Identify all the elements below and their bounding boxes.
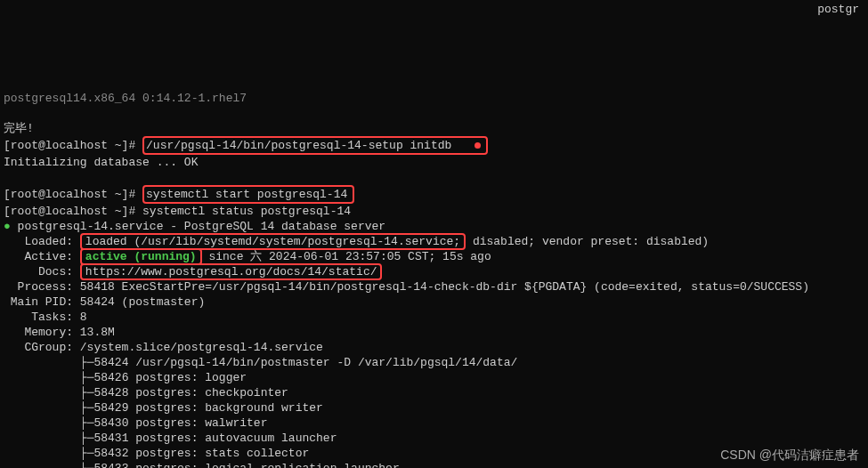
terminal-output: postgresql14.x86_64 0:14.12-1.rhel7 完毕! …	[0, 76, 868, 468]
init-result: Initializing database ... OK	[4, 156, 198, 169]
status-command[interactable]: systemctl status postgresql-14	[142, 205, 351, 218]
tree-row-2: ├─58428 postgres: checkpointer	[80, 386, 288, 399]
tree-row-3: ├─58429 postgres: background writer	[80, 401, 323, 415]
service-header: postgresql-14.service - PostgreSQL 14 da…	[11, 220, 385, 233]
initdb-command-highlight: /usr/pgsql-14/bin/postgresql-14-setup in…	[142, 136, 488, 155]
prompt-2: [root@localhost ~]#	[4, 188, 142, 201]
loaded-post: disabled; vendor preset: disabled)	[466, 235, 709, 248]
tree-row-0: ├─58424 /usr/pgsql-14/bin/postmaster -D …	[80, 356, 517, 369]
watermark: CSDN @代码洁癖症患者	[720, 448, 859, 463]
tree-row-7: └─58433 postgres: logical replication la…	[80, 462, 400, 468]
memory-line: Memory: 13.8M	[4, 326, 115, 339]
prompt-1: [root@localhost ~]#	[4, 139, 142, 152]
status-bullet-icon: ●	[4, 220, 11, 233]
process-line: Process: 58418 ExecStartPre=/usr/pgsql-1…	[4, 280, 809, 294]
tasks-line: Tasks: 8	[4, 311, 87, 324]
active-state: active (running)	[85, 250, 197, 263]
loaded-pre: Loaded:	[4, 235, 80, 248]
cgroup-line: CGroup: /system.slice/postgresql-14.serv…	[4, 341, 323, 354]
start-command-highlight: systemctl start postgresql-14	[142, 185, 354, 204]
done-line: 完毕!	[4, 122, 34, 135]
start-command[interactable]: systemctl start postgresql-14	[146, 188, 347, 201]
tree-row-4: ├─58430 postgres: walwriter	[80, 416, 268, 430]
docs-pre: Docs:	[4, 265, 80, 278]
tree-row-5: ├─58431 postgres: autovacuum launcher	[80, 432, 337, 445]
initdb-command[interactable]: /usr/pgsql-14/bin/postgresql-14-setup in…	[146, 139, 451, 152]
active-pre: Active:	[4, 250, 80, 263]
tree-row-1: ├─58426 postgres: logger	[80, 371, 247, 384]
tree-row-6: ├─58432 postgres: stats collector	[80, 447, 309, 460]
prompt-3: [root@localhost ~]#	[4, 205, 142, 218]
docs-url[interactable]: https://www.postgresql.org/docs/14/stati…	[85, 265, 377, 278]
mainpid-line: Main PID: 58424 (postmaster)	[4, 295, 205, 309]
top-truncated-line: postgresql14.x86_64 0:14.12-1.rhel7	[4, 92, 247, 105]
docs-box: https://www.postgresql.org/docs/14/stati…	[80, 263, 383, 280]
active-post: since 六 2024-06-01 23:57:05 CST; 15s ago	[202, 250, 491, 263]
top-right-truncated: postgr	[817, 2, 859, 17]
annotation-dot-icon	[475, 142, 481, 149]
